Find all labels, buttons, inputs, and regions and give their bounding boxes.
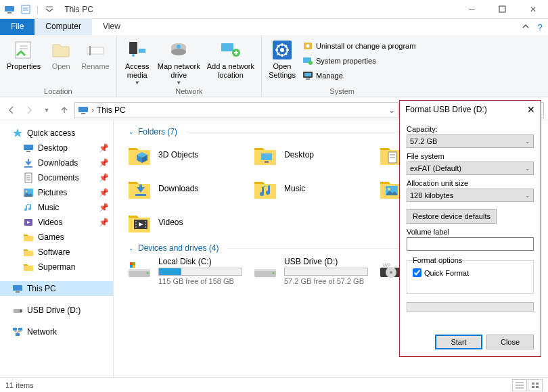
ribbon-tabs: File Computer View ? [0, 19, 548, 35]
folder-icon [23, 247, 34, 258]
help-button[interactable]: ? [532, 19, 548, 35]
format-dialog: Format USB Drive (D:) ✕ Capacity: 57.2 G… [399, 100, 541, 357]
tree-quick-access[interactable]: Quick access [0, 126, 113, 141]
tab-file[interactable]: File [0, 19, 35, 35]
start-button[interactable]: Start [435, 335, 482, 349]
open-button: Open [45, 38, 77, 86]
volume-label-label: Volume label [407, 228, 534, 236]
qat-dropdown-icon[interactable] [44, 4, 55, 15]
svg-rect-43 [265, 161, 269, 163]
restore-defaults-button[interactable]: Restore device defaults [407, 209, 497, 224]
dialog-close-button[interactable]: ✕ [527, 104, 535, 115]
open-settings-button[interactable]: Open Settings [266, 38, 298, 86]
svg-point-47 [388, 188, 390, 191]
filesystem-select[interactable]: exFAT (Default)⌄ [407, 162, 534, 175]
tree-item[interactable]: Videos📌 [0, 215, 113, 230]
tree-item[interactable]: Music📌 [0, 200, 113, 215]
forward-button[interactable] [22, 103, 37, 118]
computer-icon [12, 283, 23, 294]
back-button[interactable] [4, 103, 19, 118]
folder-item[interactable]: Videos [120, 205, 246, 239]
pin-icon: 📌 [99, 173, 109, 182]
svg-rect-45 [135, 194, 146, 196]
quick-format-checkbox[interactable]: Quick Format [413, 268, 528, 277]
ribbon-group-location: Properties Open Rename Location [0, 35, 117, 97]
folder-icon [23, 262, 34, 272]
dialog-close-action-button[interactable]: Close [486, 335, 534, 349]
minimize-button[interactable]: ─ [457, 0, 487, 19]
add-network-location-button[interactable]: Add a network location [204, 38, 257, 86]
view-details-button[interactable] [512, 379, 527, 391]
documents-icon [23, 172, 34, 183]
window-controls: ─ ✕ [457, 0, 548, 19]
allocation-select[interactable]: 128 kilobytes⌄ [407, 189, 534, 202]
address-segment[interactable]: This PC [97, 105, 126, 115]
svg-rect-42 [261, 153, 272, 160]
up-button[interactable] [57, 103, 72, 118]
usb-icon [12, 305, 23, 316]
system-properties-button[interactable]: System properties [300, 54, 418, 68]
computer-icon [4, 4, 15, 15]
svg-rect-3 [499, 6, 505, 12]
access-media-button[interactable]: Access media ▼ [121, 38, 154, 86]
folder-icon [23, 232, 34, 243]
tree-item[interactable]: Pictures📌 [0, 185, 113, 200]
tree-item[interactable]: Desktop📌 [0, 141, 113, 155]
map-drive-button[interactable]: Map network drive ▼ [155, 38, 203, 86]
uninstall-button[interactable]: Uninstall or change a program [300, 39, 418, 53]
quick-access-toolbar: | [0, 4, 59, 15]
address-bar[interactable]: › This PC ⌄ [74, 102, 398, 118]
tree-item[interactable]: Downloads📌 [0, 155, 113, 170]
folder-item[interactable]: 3D Objects [120, 138, 246, 172]
svg-rect-0 [5, 6, 14, 11]
videos-icon [23, 217, 34, 228]
folder-icon [252, 175, 279, 202]
drive-usage-bar [284, 268, 368, 276]
tab-computer[interactable]: Computer [35, 19, 92, 35]
tree-usb-drive[interactable]: USB Drive (D:) [0, 303, 113, 318]
rename-button: Rename [78, 38, 112, 86]
collapse-ribbon-button[interactable] [520, 19, 532, 35]
svg-rect-8 [139, 49, 145, 53]
recent-locations-button[interactable]: ▼ [39, 103, 54, 118]
svg-rect-2 [22, 5, 30, 14]
chevron-down-icon[interactable]: ⌄ [388, 105, 395, 115]
svg-rect-13 [221, 43, 233, 51]
svg-rect-64 [532, 383, 534, 385]
tree-this-pc[interactable]: This PC [0, 281, 113, 296]
folder-item[interactable]: Downloads [120, 172, 246, 205]
tree-item[interactable]: Documents📌 [0, 170, 113, 185]
tree-item[interactable]: Software [0, 245, 113, 260]
maximize-button[interactable] [487, 0, 518, 19]
svg-rect-55 [133, 265, 135, 268]
svg-text:DVD: DVD [383, 263, 390, 267]
network-icon [12, 326, 23, 337]
svg-rect-24 [306, 78, 310, 80]
pin-icon: 📌 [99, 203, 109, 212]
volume-label-input[interactable] [407, 237, 534, 251]
capacity-select[interactable]: 57.2 GB⌄ [407, 134, 534, 148]
view-large-button[interactable] [528, 379, 543, 391]
svg-point-21 [309, 61, 313, 65]
manage-button[interactable]: Manage [300, 69, 418, 82]
drive-item[interactable]: Local Disk (C:)115 GB free of 158 GB [120, 254, 246, 288]
tree-item[interactable]: Superman [0, 260, 113, 274]
properties-qat-icon[interactable] [20, 4, 31, 15]
svg-rect-39 [13, 328, 17, 330]
drive-item[interactable]: USB Drive (D:)57.2 GB free of 57.2 GB [246, 254, 372, 288]
desktop-icon [23, 143, 34, 153]
folder-item[interactable]: Music [246, 172, 372, 205]
svg-point-17 [280, 48, 284, 52]
svg-rect-26 [81, 113, 85, 114]
tab-view[interactable]: View [92, 19, 131, 35]
tree-network[interactable]: Network [0, 324, 113, 339]
svg-point-19 [306, 45, 310, 48]
properties-button[interactable]: Properties [4, 38, 43, 86]
svg-rect-53 [133, 262, 135, 265]
tree-item[interactable]: Games [0, 230, 113, 245]
close-button[interactable]: ✕ [518, 0, 548, 19]
status-bar: 11 items [0, 377, 548, 392]
pin-icon: 📌 [99, 188, 109, 197]
folder-icon [126, 141, 153, 168]
folder-item[interactable]: Desktop [246, 138, 372, 172]
